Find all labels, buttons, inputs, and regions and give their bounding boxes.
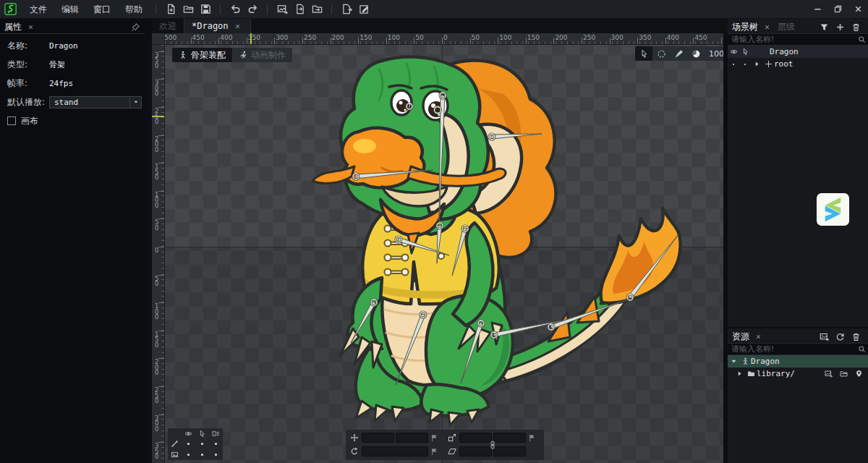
folder-import-icon[interactable] — [308, 1, 326, 17]
file-import-icon[interactable] — [291, 1, 308, 17]
right-panel: 场景树 层级 Dragon root 资源 — [728, 19, 868, 463]
minimize-icon[interactable] — [807, 1, 827, 18]
doc-edit-icon[interactable] — [355, 1, 373, 17]
tab-dragon-label: *Dragon — [192, 21, 229, 31]
tab-close-icon[interactable] — [233, 21, 243, 31]
trash-icon[interactable] — [848, 330, 864, 343]
tab-dragon[interactable]: *Dragon — [184, 19, 251, 33]
visibility-column-icon[interactable] — [182, 428, 195, 439]
properties-panel: 属性 名称: Dragon 类型: 骨架 帧率: 24fps 默认播放: sta… — [0, 19, 145, 463]
resource-item-library-label: library/ — [757, 369, 795, 378]
images-visibility-toggle[interactable] — [182, 449, 195, 460]
ruler-label: 2 0 0 — [155, 137, 158, 153]
translate-y-input[interactable] — [396, 433, 428, 443]
bones-labels-toggle[interactable] — [209, 439, 223, 450]
property-type-row: 类型: 骨架 — [0, 57, 145, 72]
doc-export-icon[interactable] — [338, 1, 355, 17]
ruler-label: 1 5 0 — [155, 332, 158, 349]
resources-close-icon[interactable] — [753, 331, 763, 341]
menu-window[interactable]: 窗口 — [86, 0, 118, 19]
refresh-icon[interactable] — [832, 330, 848, 343]
rotate-key-flag-icon[interactable] — [430, 448, 439, 456]
mode-animation[interactable]: 动画制作 — [232, 48, 292, 62]
scale-key-flag-icon[interactable] — [527, 434, 537, 442]
default-animation-value: stand — [50, 98, 129, 107]
image-import-icon[interactable] — [821, 368, 836, 380]
resources-search-input[interactable] — [728, 344, 855, 354]
canvas-checkbox[interactable] — [7, 116, 16, 125]
property-play-row: 默认播放: stand — [0, 95, 145, 109]
restore-icon[interactable] — [827, 1, 848, 18]
panel-pin-icon[interactable] — [131, 22, 140, 32]
plus-icon[interactable] — [832, 20, 848, 33]
pie-icon[interactable] — [687, 46, 705, 61]
locate-icon[interactable] — [851, 368, 867, 380]
rotate-input[interactable] — [362, 446, 428, 456]
bones-visibility-toggle[interactable] — [182, 439, 195, 450]
cursor-icon[interactable] — [635, 46, 652, 61]
image-import-icon[interactable] — [273, 1, 291, 17]
menu-file[interactable]: 文件 — [22, 0, 54, 19]
zoom-level: 100% — [705, 49, 723, 59]
scene-tree-header: 场景树 层级 — [728, 20, 868, 34]
toolbar-separator — [267, 4, 268, 14]
add-image-icon[interactable] — [816, 330, 832, 343]
scale-y-input[interactable] — [493, 433, 526, 443]
selectable-column-icon[interactable] — [195, 428, 209, 439]
images-labels-toggle[interactable] — [209, 449, 223, 460]
save-icon[interactable] — [197, 1, 214, 17]
shear-y-input[interactable] — [493, 446, 526, 456]
chevron-down-icon[interactable] — [129, 97, 141, 108]
file-new-icon[interactable] — [162, 1, 179, 17]
ruler-label: 400 — [667, 34, 679, 41]
redo-icon[interactable] — [244, 1, 261, 17]
ruler-label: 500 — [723, 34, 723, 41]
type-label: 类型: — [7, 59, 49, 71]
bones-row-icon[interactable] — [168, 439, 182, 450]
tab-welcome[interactable]: 欢迎 — [152, 19, 184, 33]
cursor-position-marker-x — [250, 33, 252, 45]
translate-key-flag-icon[interactable] — [430, 434, 439, 442]
scene-node-root[interactable]: root — [728, 58, 868, 70]
menu-help[interactable]: 帮助 — [118, 0, 150, 19]
folder-open-icon[interactable] — [179, 1, 197, 17]
cursor-icon[interactable] — [739, 48, 751, 56]
default-animation-select[interactable]: stand — [49, 96, 142, 109]
trash-icon[interactable] — [848, 20, 864, 33]
brush-icon[interactable] — [670, 46, 687, 61]
scene-search-input[interactable] — [728, 35, 855, 44]
labels-column-icon[interactable] — [209, 428, 223, 439]
funnel-icon[interactable] — [816, 20, 832, 33]
tab-hierarchy[interactable]: 层级 — [778, 21, 795, 33]
link-axes-icon[interactable] — [488, 439, 498, 451]
expand-arrow-icon[interactable] — [751, 60, 762, 68]
undo-icon[interactable] — [226, 1, 244, 17]
translate-x-input[interactable] — [362, 433, 394, 443]
resources-search-row — [728, 344, 868, 355]
images-selectable-toggle[interactable] — [195, 449, 209, 460]
menu-edit[interactable]: 编辑 — [54, 0, 86, 19]
folder-open-icon[interactable] — [836, 368, 851, 380]
close-icon[interactable] — [848, 1, 868, 18]
crosshair-icon — [762, 60, 774, 68]
canvas-viewport[interactable]: 骨架装配 动画制作 100% — [165, 45, 723, 463]
images-row-icon[interactable] — [168, 449, 182, 460]
scene-tree-close-icon[interactable] — [762, 22, 772, 32]
cursor-position-marker-y — [152, 116, 165, 117]
ruler-label: 5 0 — [155, 276, 158, 287]
collapse-arrow-icon[interactable] — [728, 357, 739, 365]
bones-selectable-toggle[interactable] — [195, 439, 209, 450]
expand-arrow-icon[interactable] — [733, 370, 745, 378]
mode-skeleton-assembly[interactable]: 骨架装配 — [172, 48, 232, 62]
lasso-icon[interactable] — [652, 46, 670, 61]
ruler-horizontal: 5004504003503002502001501005005010015020… — [165, 33, 723, 45]
properties-close-icon[interactable] — [25, 22, 35, 32]
resource-item-library[interactable]: library/ — [728, 368, 868, 380]
eye-icon[interactable] — [728, 48, 739, 56]
ruler-label: 450 — [192, 34, 205, 41]
ruler-corner — [152, 33, 165, 45]
resource-item-dragon[interactable]: Dragon — [728, 355, 868, 368]
scene-node-dragon[interactable]: Dragon — [728, 46, 868, 58]
resource-item-dragon-label: Dragon — [751, 357, 780, 366]
skeleton-icon — [739, 357, 751, 365]
